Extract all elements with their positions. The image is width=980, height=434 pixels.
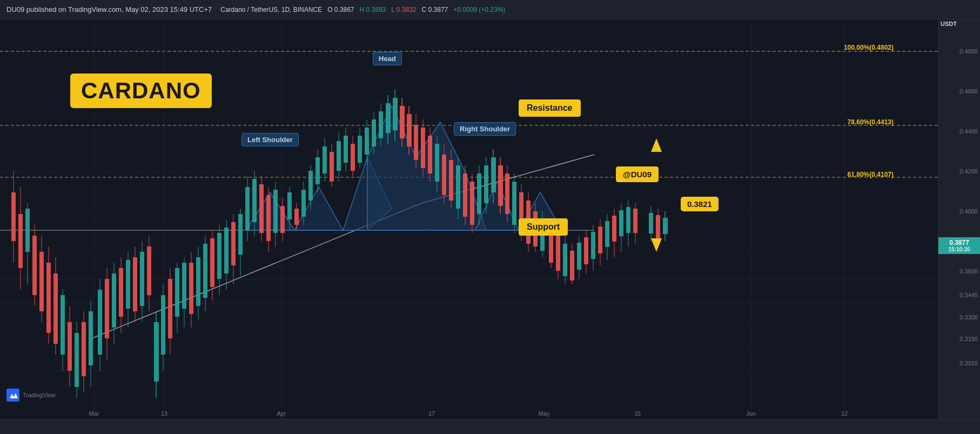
svg-rect-66 [140,252,144,306]
svg-rect-138 [393,98,398,130]
right-axis: USDT 0.4800 0.4600 0.4400 0.4200 0.4000 … [938,19,980,419]
bottom-axis [0,419,980,434]
price-3600: 0.3600 [959,268,978,275]
date-jun: Jun [746,410,756,417]
chart-container: DU09 published on TradingView.com, May 0… [0,0,980,434]
svg-rect-92 [231,222,236,265]
right-shoulder-label: Right Shoulder [454,122,516,136]
svg-rect-142 [407,114,412,146]
price-3821-label: 0.3821 [681,197,719,211]
svg-rect-88 [217,233,221,279]
svg-rect-112 [301,190,306,217]
date-15: 15 [634,410,641,417]
svg-rect-74 [168,279,172,338]
svg-rect-78 [182,263,186,309]
svg-rect-168 [498,165,503,206]
svg-rect-215 [6,389,19,402]
svg-rect-32 [18,214,23,268]
svg-rect-54 [98,290,102,355]
svg-rect-84 [203,244,207,298]
svg-rect-184 [556,236,560,271]
svg-rect-140 [400,106,405,138]
svg-rect-44 [61,295,65,355]
svg-rect-90 [224,228,229,273]
current-price-time: 15:10:20 [941,246,978,252]
header-ohlc: Cardano / TetherUS, 1D, BINANCE O 0.3867… [220,6,505,14]
high-label: H [360,6,365,14]
svg-rect-192 [584,237,588,264]
svg-rect-210 [656,215,660,238]
svg-rect-136 [386,103,391,133]
svg-rect-96 [245,187,250,230]
date-mar: Mar [89,410,99,417]
svg-rect-160 [470,182,474,225]
svg-rect-200 [612,216,616,242]
date-may: May [539,410,550,417]
svg-rect-70 [154,322,159,382]
svg-rect-62 [126,260,130,309]
price-4800: 0.4800 [959,48,978,55]
svg-rect-164 [484,165,488,203]
pair-label: Cardano / TetherUS, 1D, BINANCE [220,6,326,14]
price-4200: 0.4200 [959,168,978,175]
svg-rect-148 [428,136,432,173]
tv-label: TradingView [23,392,56,398]
svg-rect-170 [505,173,509,214]
left-shoulder-label: Left Shoulder [241,133,299,146]
change-value: +0.0009 (+0.23%) [453,6,505,14]
price-3010: 0.3010 [959,360,978,366]
svg-rect-122 [337,141,341,171]
svg-rect-152 [442,155,446,195]
svg-rect-104 [273,190,278,233]
price-3150: 0.3150 [959,336,978,342]
open-label: O [327,6,332,14]
svg-rect-30 [11,192,16,241]
svg-rect-198 [605,221,609,247]
svg-rect-46 [68,322,72,371]
svg-rect-196 [598,226,602,253]
svg-rect-162 [477,173,481,214]
svg-rect-188 [570,251,574,281]
svg-rect-34 [25,209,30,252]
low-label: L [391,6,394,14]
svg-rect-94 [238,214,243,255]
svg-rect-202 [619,210,623,236]
svg-rect-130 [365,128,369,155]
svg-rect-128 [358,136,362,163]
svg-rect-134 [379,111,383,138]
price-3445: 0.3445 [959,292,978,298]
svg-rect-52 [89,311,93,365]
date-13: 13 [161,410,167,417]
svg-rect-206 [633,209,637,233]
svg-rect-212 [663,218,668,234]
svg-rect-48 [75,333,79,387]
date-12: 12 [841,410,848,417]
current-price-box: 0.3877 15:10:20 [938,237,980,254]
low-value: 0.3832 [397,6,417,14]
svg-rect-158 [463,173,467,217]
close-label: C [422,6,427,14]
svg-rect-156 [456,165,460,209]
svg-marker-213 [651,138,662,152]
svg-rect-50 [82,322,86,376]
svg-rect-114 [308,171,313,201]
close-value: 0.3877 [428,6,448,14]
svg-rect-40 [46,263,51,333]
svg-rect-76 [175,268,179,317]
svg-rect-116 [316,157,320,184]
high-value: 0.3883 [366,6,386,14]
svg-rect-150 [435,144,439,182]
svg-rect-64 [133,257,137,311]
svg-marker-214 [651,238,662,252]
svg-rect-72 [161,295,165,355]
svg-rect-80 [189,263,193,314]
chart-area: CARDANO Head Left Shoulder Right Shoulde… [0,19,938,419]
header-published: DU09 published on TradingView.com, May 0… [6,5,212,14]
svg-rect-98 [252,179,257,222]
svg-rect-82 [196,257,200,306]
date-17: 17 [428,410,435,417]
cardano-label: CARDANO [70,74,212,108]
svg-rect-186 [563,244,567,276]
svg-rect-102 [266,195,271,241]
svg-rect-56 [105,279,109,338]
